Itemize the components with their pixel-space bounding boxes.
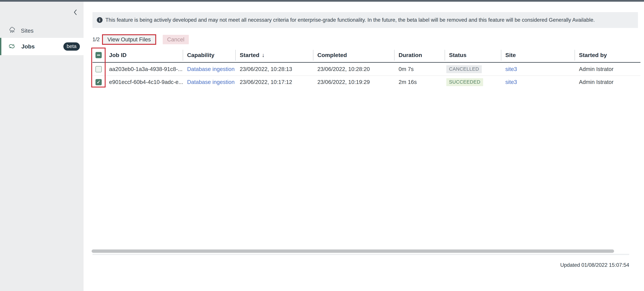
top-bar [0,0,644,2]
jobs-page: Sites Jobs beta [0,0,644,291]
column-header-status[interactable]: Status [445,48,501,62]
started-by-cell: Admin Istrator [574,76,640,88]
column-header-capability[interactable]: Capability [183,48,235,62]
sort-descending-icon: ↓ [262,52,264,58]
column-header-label: Started [240,52,260,58]
sidebar-nav: Sites Jobs beta [0,23,84,55]
jobs-table: Job ID Capability Started ↓ Completed Du… [92,48,640,88]
beta-info-banner: i This feature is being actively develop… [92,12,638,28]
duration-cell: 0m 7s [394,63,445,76]
capability-link[interactable]: Database ingestion [187,66,235,72]
select-all-checkbox[interactable] [96,52,102,58]
horizontal-scrollbar-track [92,254,629,255]
table-row: aa203eb0-1a3a-4938-91c8-... Database ing… [92,63,640,76]
actions-toolbar: 1/2 View Output Files Cancel [92,34,189,45]
last-updated-text: Updated 01/08/2022 15:07:54 [560,262,629,268]
selection-count: 1/2 [92,37,100,43]
site-link[interactable]: site3 [505,79,517,85]
sidebar-item-label: Sites [21,28,34,34]
started-cell: 23/06/2022, 10:17:12 [235,76,313,88]
completed-cell: 23/06/2022, 10:28:20 [313,63,394,76]
job-id-cell: e901eccf-60b4-4c10-9adc-e... [105,76,183,88]
view-output-files-button[interactable]: View Output Files [103,35,155,44]
duration-cell: 2m 16s [394,76,445,88]
column-header-started-by[interactable]: Started by [574,48,640,62]
column-header-completed[interactable]: Completed [313,48,394,62]
column-header-started[interactable]: Started ↓ [235,48,313,62]
sidebar-collapse-button[interactable] [72,9,78,16]
site-link[interactable]: site3 [505,66,517,72]
status-badge: SUCCEEDED [446,78,483,86]
jobs-sync-icon [8,43,16,50]
sidebar-item-sites[interactable]: Sites [0,23,84,38]
table-row: e901eccf-60b4-4c10-9adc-e... Database in… [92,76,640,88]
cancel-button[interactable]: Cancel [163,35,189,44]
sidebar-item-label: Jobs [21,43,35,50]
annotation-rect-view-output-files: View Output Files [102,34,156,45]
sites-cloud-network-icon [9,27,16,35]
main-content: i This feature is being actively develop… [84,2,644,291]
column-header-site[interactable]: Site [501,48,574,62]
sidebar-item-jobs[interactable]: Jobs beta [0,38,84,55]
job-id-cell: aa203eb0-1a3a-4938-91c8-... [105,63,183,76]
table-header-row: Job ID Capability Started ↓ Completed Du… [92,48,640,63]
completed-cell: 23/06/2022, 10:19:29 [313,76,394,88]
chevron-left-icon [74,9,77,16]
column-header-duration[interactable]: Duration [394,48,445,62]
info-icon: i [97,17,102,23]
row-checkbox-cell [92,63,105,76]
started-cell: 23/06/2022, 10:28:13 [235,63,313,76]
capability-link[interactable]: Database ingestion [187,79,235,85]
row-checkbox-cell [92,76,105,88]
banner-text: This feature is being actively developed… [106,17,595,23]
beta-badge: beta [63,42,80,51]
horizontal-scrollbar-thumb[interactable] [92,249,614,253]
status-badge: CANCELLED [446,65,482,73]
sidebar: Sites Jobs beta [0,2,84,291]
column-header-job-id[interactable]: Job ID [105,48,183,62]
header-checkbox-cell [92,48,105,62]
started-by-cell: Admin Istrator [574,63,640,76]
row-checkbox[interactable] [96,79,102,85]
row-checkbox[interactable] [96,66,102,72]
